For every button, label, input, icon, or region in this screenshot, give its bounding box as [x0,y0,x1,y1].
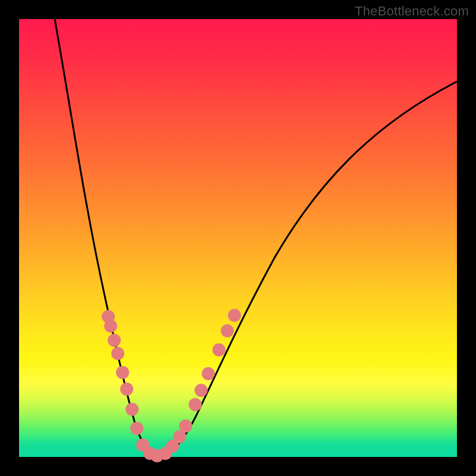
plot-area [19,19,457,457]
data-point [221,324,234,337]
chart-svg [19,19,457,457]
data-point [202,367,215,380]
data-point [108,334,121,347]
data-point [195,384,208,397]
bottleneck-curve [55,19,457,456]
data-point [104,320,117,333]
data-point [212,343,226,356]
data-point [130,422,143,435]
chart-frame: TheBottleneck.com [0,0,476,476]
data-point [228,309,241,322]
data-point [189,398,202,411]
data-point [116,366,129,379]
data-point [111,347,124,360]
data-point [179,419,192,433]
dots-layer [102,309,241,462]
data-point [126,403,139,416]
watermark-text: TheBottleneck.com [355,4,469,19]
data-point [120,383,133,396]
